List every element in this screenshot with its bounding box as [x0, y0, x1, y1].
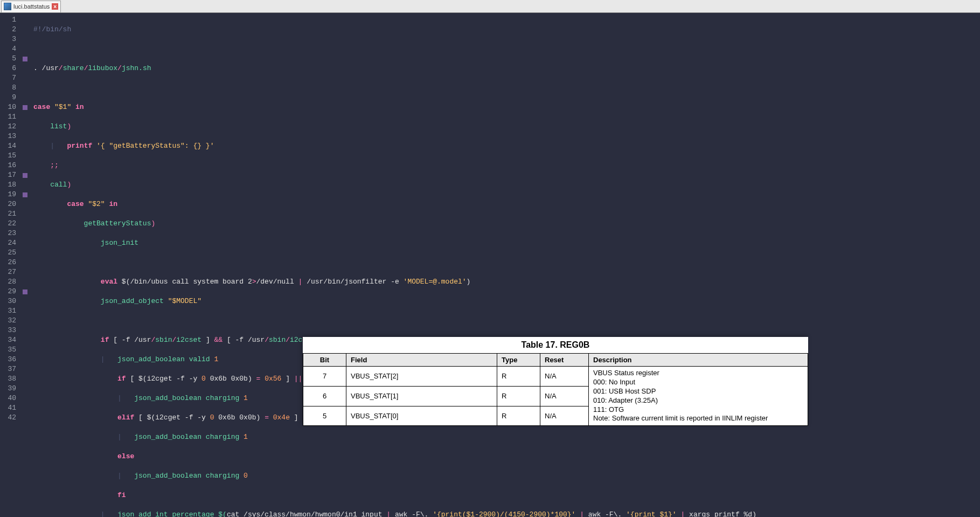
- table-title: Table 17. REG0B: [303, 337, 808, 353]
- col-type: Type: [497, 354, 540, 367]
- col-field: Field: [346, 354, 497, 367]
- tab-filename: luci.battstatus: [13, 3, 50, 10]
- line-number-gutter: 1234567891011121314151617181920212223242…: [0, 13, 20, 517]
- description-cell: VBUS Status register000: No Input001: US…: [589, 367, 808, 426]
- datasheet-overlay: Table 17. REG0B Bit Field Type Reset Des…: [303, 337, 808, 426]
- file-tab[interactable]: luci.battstatus ×: [1, 1, 61, 12]
- close-icon[interactable]: ×: [52, 3, 58, 10]
- tab-bar: luci.battstatus ×: [0, 0, 980, 13]
- fold-gutter: [20, 13, 29, 517]
- register-table: Bit Field Type Reset Description 7 VBUS_…: [303, 353, 808, 426]
- col-reset: Reset: [540, 354, 589, 367]
- code-editor[interactable]: 1234567891011121314151617181920212223242…: [0, 13, 980, 517]
- code-area[interactable]: #!/bin/sh . /usr/share/libubox/jshn.sh c…: [29, 13, 980, 517]
- table-row: 7 VBUS_STAT[2] R N/A VBUS Status registe…: [303, 367, 808, 387]
- col-desc: Description: [589, 354, 808, 367]
- col-bit: Bit: [303, 354, 346, 367]
- file-icon: [4, 3, 11, 10]
